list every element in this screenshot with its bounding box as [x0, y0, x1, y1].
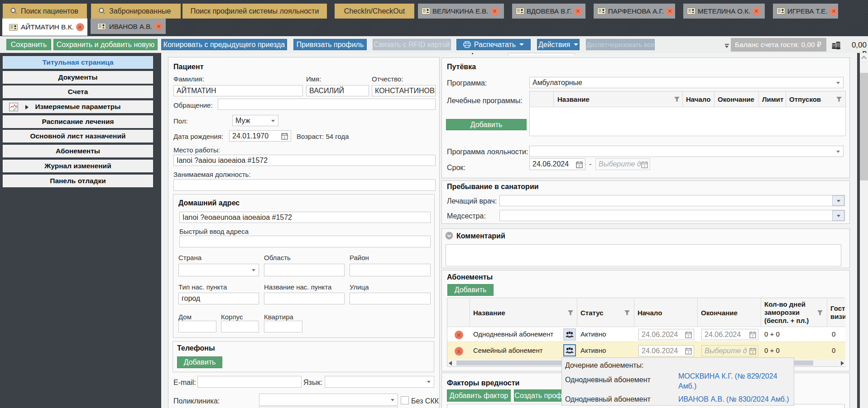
svg-text:7: 7: [752, 351, 754, 355]
svg-text:7: 7: [752, 334, 754, 338]
svg-text:7: 7: [578, 164, 580, 168]
svg-text:7: 7: [687, 334, 690, 338]
svg-text:7: 7: [283, 136, 286, 140]
svg-text:7: 7: [643, 164, 646, 168]
svg-text:7: 7: [687, 351, 690, 355]
